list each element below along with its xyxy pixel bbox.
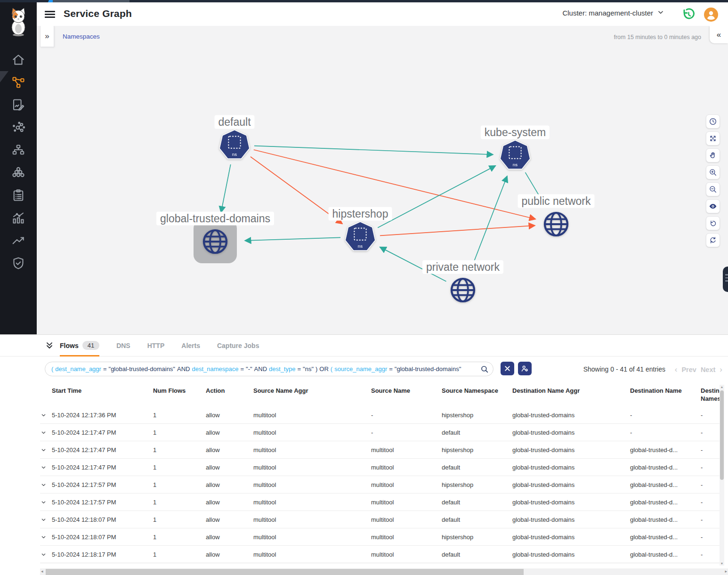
- row-expand-chevron-icon[interactable]: [40, 412, 52, 419]
- sidebar-item-workloads[interactable]: [11, 166, 25, 180]
- table-cell: global-trusted-domains: [512, 534, 630, 541]
- refresh-button[interactable]: [706, 233, 720, 247]
- vertical-scrollbar[interactable]: ▲ ▼: [720, 385, 724, 566]
- table-cell: -: [701, 429, 720, 436]
- row-expand-chevron-icon[interactable]: [40, 464, 52, 471]
- sidebar-item-threat-defense[interactable]: [11, 256, 25, 270]
- table-row[interactable]: 5-10-2024 12:18:07 PM1allowmultitoolmult…: [40, 511, 720, 528]
- sidebar-item-endpoints[interactable]: [11, 121, 25, 135]
- column-header-source-name-aggr[interactable]: Source Name Aggr: [253, 387, 371, 406]
- zoom-out-button[interactable]: [706, 182, 720, 196]
- flow-filter-input[interactable]: (dest_name_aggr="global-trusted-domains"…: [45, 362, 493, 376]
- graph-node-default[interactable]: ns: [219, 130, 250, 162]
- edge-default-to-public-network[interactable]: [254, 150, 536, 219]
- column-header-start-time[interactable]: Start Time: [52, 387, 153, 406]
- table-row[interactable]: 5-10-2024 12:17:47 PM1allowmultitool-def…: [40, 424, 720, 441]
- graph-node-public-network[interactable]: [542, 210, 570, 240]
- column-header-destination-name-aggr[interactable]: Destination Name Aggr: [512, 387, 630, 406]
- tab-label: DNS: [116, 342, 130, 349]
- cluster-icon: [11, 173, 25, 181]
- endpoints-icon: [11, 128, 25, 136]
- collapse-right-panel-button[interactable]: «: [710, 26, 728, 43]
- table-row[interactable]: 5-10-2024 12:17:47 PM1allowmultitoolmult…: [40, 459, 720, 476]
- table-row[interactable]: 5-10-2024 12:17:57 PM1allowmultitoolmult…: [40, 476, 720, 494]
- tab-dns[interactable]: DNS: [116, 335, 130, 356]
- column-header-action[interactable]: Action: [206, 387, 253, 406]
- graph-node-global-trusted-domains[interactable]: [201, 227, 229, 258]
- tab-label: Alerts: [181, 342, 200, 349]
- menu-icon[interactable]: [45, 9, 56, 19]
- table-cell: allow: [206, 429, 253, 436]
- side-pull-tab[interactable]: [723, 267, 728, 292]
- edge-hipstershop-to-kube-system[interactable]: [378, 166, 495, 228]
- sidebar-item-home[interactable]: [11, 53, 25, 67]
- row-expand-chevron-icon[interactable]: [40, 429, 52, 436]
- history-icon[interactable]: [681, 8, 696, 22]
- fit-view-button[interactable]: [706, 131, 720, 146]
- sidebar-item-network-topology[interactable]: [11, 143, 25, 157]
- calico-cat-logo[interactable]: [5, 5, 32, 37]
- table-row[interactable]: 5-10-2024 12:17:36 PM1allowmultitool-hip…: [40, 406, 720, 424]
- column-header-source-name[interactable]: Source Name: [371, 387, 442, 406]
- cluster-selector[interactable]: Cluster: management-cluster: [562, 9, 664, 17]
- user-settings-button[interactable]: [518, 362, 532, 375]
- table-row[interactable]: 5-10-2024 12:18:17 PM1allowmultitoolmult…: [40, 546, 720, 563]
- sidebar-item-service-graph[interactable]: [11, 75, 25, 89]
- horizontal-scrollbar[interactable]: ◂ ▸: [40, 568, 728, 575]
- row-expand-chevron-icon[interactable]: [40, 446, 52, 454]
- collapse-flows-panel-chevron-icon[interactable]: [45, 341, 54, 350]
- sidebar-item-policies[interactable]: [11, 98, 25, 112]
- row-expand-chevron-icon[interactable]: [40, 516, 52, 523]
- node-label-global-trusted-domains: global-trusted-domains: [156, 212, 274, 226]
- graph-node-hipstershop[interactable]: ns: [345, 221, 376, 254]
- sidebar-item-compliance-reports[interactable]: [11, 188, 25, 202]
- table-cell: global-trusted-domains: [512, 481, 630, 488]
- tab-capture-jobs[interactable]: Capture Jobs: [217, 335, 259, 356]
- vertical-scroll-thumb[interactable]: [720, 390, 724, 480]
- service-graph-canvas[interactable]: nsdefaultnskube-systemnshipstershopgloba…: [37, 26, 728, 334]
- clear-filter-button[interactable]: [501, 362, 514, 375]
- table-row[interactable]: 5-10-2024 12:18:07 PM1allowmultitoolmult…: [40, 528, 720, 546]
- tab-http[interactable]: HTTP: [147, 335, 165, 356]
- prev-button[interactable]: Prev: [681, 366, 696, 373]
- edge-hipstershop-to-public-network[interactable]: [380, 226, 535, 235]
- expand-side-panel-button[interactable]: »: [40, 26, 54, 47]
- column-header-destination-namespace[interactable]: Destination Namespace: [701, 387, 720, 406]
- scroll-left-arrow[interactable]: ◂: [41, 569, 43, 574]
- edge-default-to-kube-system[interactable]: [254, 146, 493, 155]
- graph-node-private-network[interactable]: [449, 276, 477, 306]
- column-header-source-namespace[interactable]: Source Namespace: [442, 387, 512, 406]
- horizontal-scroll-thumb[interactable]: [46, 569, 524, 575]
- sidebar-item-dashboards[interactable]: [11, 211, 25, 225]
- row-expand-chevron-icon[interactable]: [40, 534, 52, 541]
- table-row[interactable]: 5-10-2024 12:17:47 PM1allowmultitoolmult…: [40, 441, 720, 459]
- tab-alerts[interactable]: Alerts: [181, 335, 200, 356]
- breadcrumb[interactable]: Namespaces: [63, 33, 100, 40]
- scroll-down-arrow[interactable]: ▼: [720, 562, 724, 565]
- tab-flows[interactable]: Flows41: [60, 335, 99, 356]
- edge-default-to-global-trusted-domains[interactable]: [221, 164, 230, 212]
- row-expand-chevron-icon[interactable]: [40, 499, 52, 506]
- breadcrumb-bar: » Namespaces from 15 minutes to 0 minute…: [37, 26, 728, 47]
- row-expand-chevron-icon[interactable]: [40, 481, 52, 488]
- edge-private-network-to-kube-system[interactable]: [469, 176, 507, 273]
- scroll-right-arrow[interactable]: ▸: [725, 569, 727, 574]
- graph-node-kube-system[interactable]: ns: [500, 140, 531, 173]
- column-header-num-flows[interactable]: Num Flows: [153, 387, 206, 406]
- table-cell: -: [701, 464, 720, 471]
- zoom-in-button[interactable]: [706, 165, 720, 179]
- row-expand-chevron-icon[interactable]: [40, 551, 52, 558]
- pan-button[interactable]: [706, 148, 720, 162]
- table-row[interactable]: 5-10-2024 12:17:57 PM1allowmultitoolmult…: [40, 494, 720, 511]
- scroll-up-arrow[interactable]: ▲: [720, 385, 724, 389]
- sidebar-item-activity[interactable]: [11, 234, 25, 248]
- undo-button[interactable]: [706, 216, 720, 230]
- column-header-destination-name[interactable]: Destination Name: [630, 387, 701, 406]
- visibility-button[interactable]: [706, 199, 720, 213]
- next-button[interactable]: Next: [701, 366, 715, 373]
- avatar[interactable]: [704, 8, 718, 22]
- time-range-button[interactable]: [706, 114, 720, 129]
- sidebar: [0, 2, 37, 334]
- edge-hipstershop-to-global-trusted-domains[interactable]: [245, 237, 340, 241]
- filter-token-field: source_name_aggr: [334, 365, 387, 373]
